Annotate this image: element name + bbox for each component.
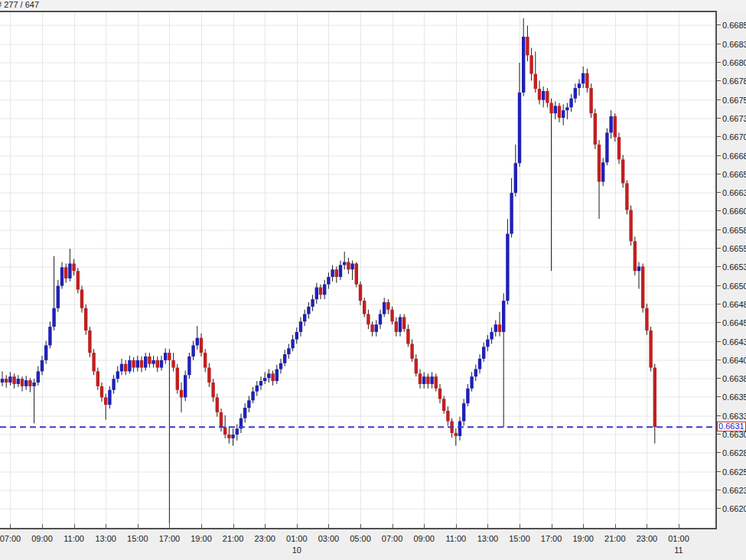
time-axis-label: 23:00 [637,534,658,543]
time-axis-label: 09:00 [31,534,53,543]
price-tick-mark [717,266,721,267]
price-tick-mark [717,24,721,25]
candle-up [128,360,131,372]
candle-down [419,373,422,384]
time-axis-label: 03:00 [318,534,340,543]
candle-down [227,435,230,438]
candle-down [402,317,406,329]
candle-down [96,371,99,386]
candle-up [24,380,28,386]
candle-up [287,348,290,354]
time-axis-label: 17:00 [159,534,181,543]
price-tick-mark [717,378,721,379]
candle-down [180,390,183,398]
time-axis-label: 19:00 [572,534,594,543]
candle-down [124,364,127,372]
chart-window: # 277 / 647 0.6631 0.66850.66830.66800.6… [0,0,746,560]
candle-up [275,370,279,382]
candle-up [136,360,139,368]
candle-up [41,360,44,372]
candle-down [171,360,174,368]
candle-down [589,88,592,113]
candle-up [581,73,585,84]
candle-down [84,308,87,330]
candle-up [327,277,330,285]
candle-down [156,360,159,368]
candle-up [514,163,517,193]
candle-down [28,380,31,386]
time-axis-label: 05:00 [350,534,371,543]
candle-up [283,354,286,363]
candle-up [542,91,545,100]
candle-up [474,370,477,377]
candle-down [220,412,223,427]
candle-up [482,347,485,359]
candle-down [104,397,107,405]
candle-down [529,55,533,73]
price-tick-mark [717,136,721,137]
candle-down [319,288,322,295]
candle-up [144,357,147,368]
candle-down [410,343,413,358]
candle-down [168,353,171,360]
candle-down [549,103,552,114]
candle-up [247,400,250,408]
candle-down [386,302,389,310]
candle-down [366,314,370,325]
candle-up [116,371,119,379]
time-axis-label: 19:00 [191,534,212,543]
candle-up [458,422,461,436]
candle-down [534,74,537,89]
price-tick-mark [717,248,721,249]
chart-canvas [0,11,717,529]
time-axis-label: 09:00 [413,534,435,543]
candle-down [442,399,445,411]
candle-up [518,93,521,163]
candle-up [32,383,35,386]
chart-info-bar: # 277 / 647 [0,0,746,11]
price-axis[interactable]: 0.6631 0.66850.66830.66800.66780.66750.6… [717,11,746,529]
candle-up [478,359,481,370]
candle-up [601,162,604,181]
price-tick-mark [717,230,721,230]
candle-down [88,330,91,353]
candle-up [339,265,342,277]
time-axis-label: 01:00 [286,534,308,543]
price-tick-mark [717,360,721,360]
candle-up [350,263,353,269]
date-label: 11 [674,545,682,555]
candle-down [132,360,135,368]
candle-up [37,371,40,383]
candle-up [466,389,469,403]
price-tick-mark [717,434,721,435]
candle-down [585,73,588,88]
time-axis[interactable]: 07:0009:0011:0013:0015:0017:0019:0021:00… [0,529,746,560]
candle-up [506,234,509,301]
candle-up [574,88,577,99]
candle-up [422,376,425,384]
price-tick-mark [717,452,721,453]
candle-up [259,381,262,386]
chart-plot-area[interactable] [0,11,717,529]
price-tick-mark [717,44,721,44]
candle-up [263,378,266,381]
candle-down [395,321,398,332]
candle-down [438,389,441,399]
candle-down [140,360,143,368]
candle-up [52,308,55,327]
candle-down [77,271,80,289]
price-tick-mark [717,285,721,286]
candle-up [470,376,473,389]
candle-up [160,360,163,368]
candle-up [196,338,199,346]
price-tick-mark [717,80,721,81]
candle-down [80,290,83,308]
bar-counter-label: # 277 / 647 [0,0,39,9]
candle-down [176,368,179,390]
candle-down [359,285,362,301]
price-tick-mark [717,155,721,156]
candle-up [236,428,239,435]
time-axis-label: 13:00 [95,534,116,543]
candle-up [303,314,306,322]
candle-up [502,301,505,332]
